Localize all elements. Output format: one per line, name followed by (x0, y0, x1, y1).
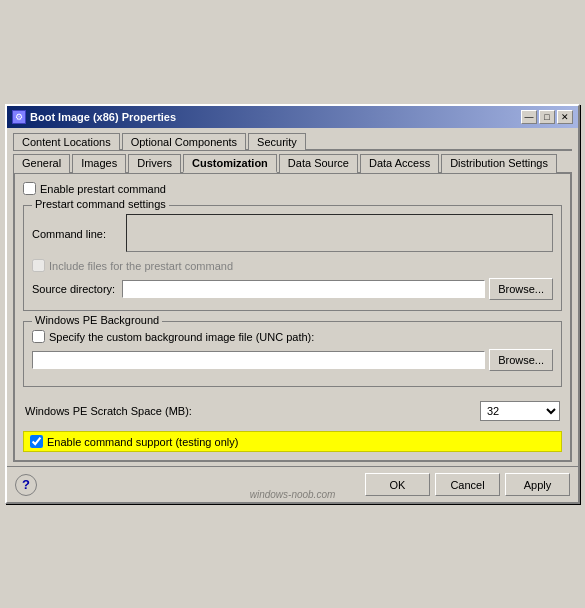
source-dir-input[interactable] (122, 280, 485, 298)
command-line-input[interactable] (126, 214, 553, 252)
specify-bg-label: Specify the custom background image file… (49, 331, 314, 343)
enable-prestart-row: Enable prestart command (23, 182, 562, 195)
help-button[interactable]: ? (15, 474, 37, 496)
watermark: windows-noob.com (250, 489, 336, 500)
window-title: Boot Image (x86) Properties (30, 111, 176, 123)
source-browse-button[interactable]: Browse... (489, 278, 553, 300)
include-files-row: Include files for the prestart command (32, 259, 553, 272)
tab-security[interactable]: Security (248, 133, 306, 150)
pe-scratch-space-label: Windows PE Scratch Space (MB): (25, 405, 192, 417)
window-icon: ⚙ (12, 110, 26, 124)
window-content: Content Locations Optional Components Se… (7, 128, 578, 466)
pe-background-group-label: Windows PE Background (32, 314, 162, 326)
cancel-button[interactable]: Cancel (435, 473, 500, 496)
specify-bg-checkbox[interactable] (32, 330, 45, 343)
tab-row-1: Content Locations Optional Components Se… (13, 132, 572, 151)
enable-command-support-label: Enable command support (testing only) (47, 436, 238, 448)
tab-row-2: General Images Drivers Customization Dat… (13, 153, 572, 174)
prestart-group-label: Prestart command settings (32, 198, 169, 210)
bottom-buttons: OK Cancel Apply (365, 473, 570, 496)
enable-command-support-checkbox[interactable] (30, 435, 43, 448)
minimize-button[interactable]: — (521, 110, 537, 124)
maximize-button[interactable]: □ (539, 110, 555, 124)
title-bar: ⚙ Boot Image (x86) Properties — □ ✕ (7, 106, 578, 128)
pe-scratch-space-row: Windows PE Scratch Space (MB): 32 64 128… (23, 401, 562, 421)
tab-customization[interactable]: Customization (183, 154, 277, 173)
command-line-label: Command line: (32, 228, 122, 240)
pe-background-group: Windows PE Background Specify the custom… (23, 321, 562, 387)
main-window: ⚙ Boot Image (x86) Properties — □ ✕ Cont… (5, 104, 580, 504)
title-bar-left: ⚙ Boot Image (x86) Properties (12, 110, 176, 124)
tab-distribution-settings[interactable]: Distribution Settings (441, 154, 557, 173)
tab-optional-components[interactable]: Optional Components (122, 133, 246, 150)
bg-browse-button[interactable]: Browse... (489, 349, 553, 371)
tab-data-source[interactable]: Data Source (279, 154, 358, 173)
prestart-group: Prestart command settings Command line: … (23, 205, 562, 311)
pe-scratch-space-select[interactable]: 32 64 128 256 512 (480, 401, 560, 421)
tab-drivers[interactable]: Drivers (128, 154, 181, 173)
bg-path-input[interactable] (32, 351, 485, 369)
source-dir-row: Source directory: Browse... (32, 278, 553, 300)
tab-images[interactable]: Images (72, 154, 126, 173)
enable-prestart-label: Enable prestart command (40, 183, 166, 195)
enable-prestart-checkbox[interactable] (23, 182, 36, 195)
bg-path-row: Browse... (32, 349, 553, 371)
customization-tab-panel: Enable prestart command Prestart command… (13, 174, 572, 462)
source-dir-label: Source directory: (32, 283, 122, 295)
command-line-row: Command line: (32, 214, 553, 254)
enable-command-support-row: Enable command support (testing only) (23, 431, 562, 452)
include-files-checkbox[interactable] (32, 259, 45, 272)
ok-button[interactable]: OK (365, 473, 430, 496)
title-bar-buttons: — □ ✕ (521, 110, 573, 124)
apply-button[interactable]: Apply (505, 473, 570, 496)
tab-content-locations[interactable]: Content Locations (13, 133, 120, 150)
include-files-label: Include files for the prestart command (49, 260, 233, 272)
tab-general[interactable]: General (13, 154, 70, 173)
specify-background-row: Specify the custom background image file… (32, 330, 553, 343)
tab-data-access[interactable]: Data Access (360, 154, 439, 173)
close-button[interactable]: ✕ (557, 110, 573, 124)
